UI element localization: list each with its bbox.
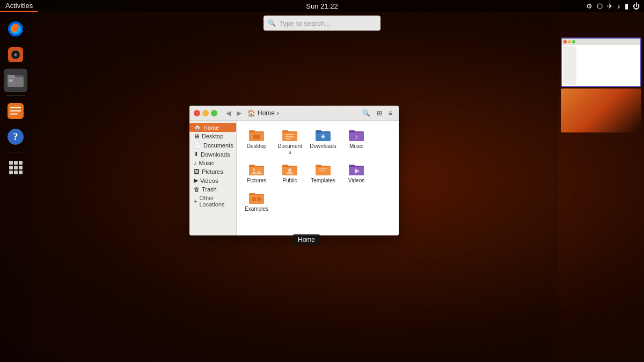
fm-content: Desktop Documents [237,121,399,235]
svg-rect-8 [8,75,15,78]
fm-location-bar[interactable]: 🏠 Home › [247,109,279,117]
svg-rect-7 [8,77,24,87]
dock-files[interactable] [4,69,27,92]
svg-point-32 [288,168,291,172]
sidebar-item-documents[interactable]: 📄 Documents [189,141,236,150]
sidebar-item-trash[interactable]: 🗑 Trash [189,185,236,194]
settings-icon[interactable]: ⚙ [586,2,592,10]
fm-view-toggle[interactable]: ⊞ [375,108,384,118]
desktop-sidebar-icon: 🖥 [194,133,200,139]
folder-examples[interactable]: Examples [241,188,272,214]
folder-music-label: Music [349,143,363,149]
preview-1-titlebar [562,39,640,45]
svg-rect-28 [286,136,294,137]
svg-rect-19 [19,161,23,165]
folder-pictures[interactable]: Pictures [241,159,272,186]
folder-public-icon [281,161,298,176]
preview-area [558,0,644,362]
documents-sidebar-icon: 📄 [194,142,201,149]
activities-label: Activities [5,2,33,10]
preview-window-2[interactable] [561,88,641,132]
dock-firefox[interactable] [4,17,27,41]
preview-window-1[interactable] [561,38,641,87]
folder-documents-icon [281,127,298,142]
system-tray: ⚙ ⬡ ✈ ♪ ▮ ⏻ [586,2,645,10]
folder-documents-label: Documents [276,143,303,155]
clock: Sun 21:22 [306,2,338,10]
fm-titlebar: ◀ ▶ 🏠 Home › 🔍 ⊞ ≡ [189,106,399,121]
clock-display: Sun 21:22 [306,2,338,10]
activities-button[interactable]: Activities [0,0,38,12]
svg-rect-14 [10,113,18,115]
svg-rect-20 [9,166,13,169]
network-icon[interactable]: ⬡ [597,2,603,10]
folder-downloads[interactable]: Downloads [308,125,339,157]
dock-software-center[interactable] [4,99,27,123]
window-minimize-button[interactable] [202,110,209,116]
sidebar-item-videos[interactable]: ▶ Videos [189,176,236,185]
sidebar-item-desktop[interactable]: 🖥 Desktop [189,132,236,141]
fm-toolbar-right: 🔍 ⊞ ≡ [360,108,394,118]
sidebar-videos-label: Videos [200,178,218,184]
sidebar-item-downloads[interactable]: ⬇ Downloads [189,150,236,159]
folder-music[interactable]: ♪ Music [341,125,372,157]
sidebar-pictures-label: Pictures [202,168,223,175]
folder-examples-icon [248,190,265,205]
files-icon [6,71,25,90]
svg-rect-25 [19,171,23,174]
nav-forward-button[interactable]: ▶ [235,109,243,117]
folder-templates[interactable]: Templates [308,159,339,186]
location-home-label: Home [258,109,275,117]
svg-text:♪: ♪ [355,133,358,141]
dock-rhythmbox[interactable] [4,43,27,67]
folder-public[interactable]: Public [274,159,305,186]
folder-videos[interactable]: Videos [341,159,372,186]
software-center-icon [6,101,25,121]
fm-sidebar: 🏠 Home 🖥 Desktop 📄 Documents ⬇ Downloads… [189,121,237,235]
sound-icon[interactable]: ♪ [617,2,621,10]
topbar-left: Activities [0,0,38,12]
folder-desktop-label: Desktop [247,143,267,149]
dock: ? [0,12,31,362]
svg-rect-26 [253,135,260,139]
sidebar-item-music[interactable]: ♪ Music [189,159,236,167]
grid-icon [6,158,25,177]
svg-rect-33 [319,168,327,169]
preview-min-btn [568,40,571,43]
folder-pictures-icon [248,161,265,176]
battery-icon[interactable]: ▮ [625,2,628,10]
firefox-icon [6,19,25,39]
svg-point-5 [14,54,17,56]
folder-videos-icon [348,161,365,176]
folder-examples-label: Examples [245,206,268,212]
folder-desktop[interactable]: Desktop [241,125,272,157]
nav-back-button[interactable]: ◀ [224,109,232,117]
svg-point-31 [253,168,255,171]
sidebar-desktop-label: Desktop [202,133,223,139]
dock-separator-1 [6,95,25,96]
search-container: 🔍 Type to search... [264,16,380,31]
search-bar[interactable]: 🔍 Type to search... [264,16,380,31]
sidebar-item-other-locations[interactable]: + Other Locations [189,194,236,209]
home-location-icon: 🏠 [247,109,255,117]
window-close-button[interactable] [194,110,200,116]
fm-menu-button[interactable]: ≡ [386,108,394,118]
home-sidebar-icon: 🏠 [194,124,201,131]
sidebar-item-home[interactable]: 🏠 Home [189,123,236,132]
preview-1-content [562,45,640,86]
folder-downloads-icon [314,127,332,142]
fm-search-button[interactable]: 🔍 [360,108,372,118]
dock-help[interactable]: ? [4,125,27,149]
location-separator: › [277,109,279,117]
folder-downloads-label: Downloads [310,143,336,149]
sidebar-item-pictures[interactable]: 🖼 Pictures [189,167,236,176]
svg-rect-22 [19,166,23,169]
window-maximize-button[interactable] [211,110,217,116]
power-icon[interactable]: ⏻ [633,2,640,10]
folder-documents[interactable]: Documents [274,125,305,157]
dock-show-applications[interactable] [4,156,27,179]
airplane-icon[interactable]: ✈ [607,2,613,10]
window-tooltip: Home [292,234,320,245]
preview-close-btn [564,40,567,43]
svg-rect-27 [286,134,294,135]
